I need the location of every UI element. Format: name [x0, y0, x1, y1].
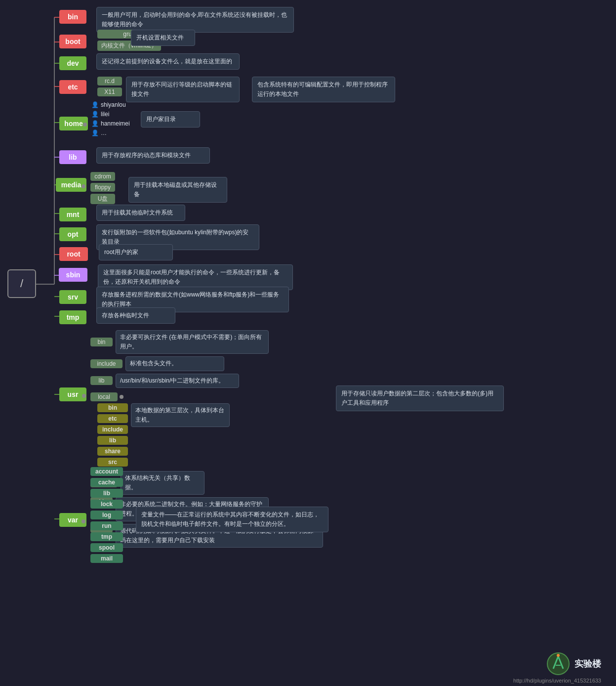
desc-usr-local: 本地数据的第三层次，具体到本台主机。 [131, 403, 230, 427]
avatar-hanmeimei: 👤 [91, 120, 99, 127]
local-children: bin etc include lib share src [97, 403, 128, 467]
desc-var: 变量文件——在正常运行的系统中其内容不断变化的文件，如日志，脱机文件和临时电子邮… [136, 507, 329, 532]
var-dot [82, 519, 85, 523]
root-node: / [7, 269, 36, 298]
home-users: 👤 shiyanlou 👤 lilei 👤 hanmeimei 👤 … [91, 101, 130, 136]
node-etc: etc [59, 80, 86, 94]
node-udisk: U盘 [90, 194, 115, 204]
etc-children: rc.d X11 [97, 77, 122, 96]
desc-home: 用户家目录 [141, 111, 200, 128]
desc-boot: 开机设置相关文件 [131, 30, 195, 46]
desc-mnt: 用于挂载其他临时文件系统 [96, 205, 185, 221]
usr-local-header: local [90, 392, 128, 401]
node-var-lib: lib [90, 489, 123, 498]
node-var-mail: mail [90, 554, 123, 563]
desc-lib: 用于存放程序的动态库和模块文件 [96, 147, 210, 164]
main-container: / bin 一般用户可用，启动时会用到的命令,即在文件系统还没有被挂载时，也能够… [0, 0, 616, 686]
node-lib: lib [59, 150, 86, 164]
root-label: / [20, 277, 23, 290]
node-local-share: share [97, 447, 128, 456]
node-x11: X11 [97, 87, 122, 96]
desc-bin: 一般用户可用，启动时会用到的命令,即在文件系统还没有被挂载时，也能够使用的命令 [96, 7, 294, 33]
node-rcd: rc.d [97, 77, 122, 86]
node-usr-bin: bin [90, 338, 113, 346]
usr-dot [82, 394, 86, 398]
desc-usr-bin: 非必要可执行文件 (在单用户模式中不需要)；面向所有用户。 [116, 330, 269, 354]
desc-usr-share: 体系结构无关（共享）数据。 [121, 471, 205, 495]
usr-local-group: local bin etc include lib share src [90, 392, 128, 467]
node-usr-local: local [90, 392, 118, 401]
usr-lib-row: lib /usr/bin/和/usr/sbin/中二进制文件的库。 [90, 374, 323, 388]
avatar-shiyanlou: 👤 [91, 101, 99, 108]
node-local-etc: etc [97, 414, 128, 423]
desc-usr-lib: /usr/bin/和/usr/sbin/中二进制文件的库。 [116, 374, 239, 388]
svg-point-18 [557, 654, 560, 657]
var-children: account cache lib lock log run tmp spool… [90, 467, 123, 563]
usr-include-row: include 标准包含头文件。 [90, 356, 323, 371]
usr-share-row: share 体系结构无关（共享）数据。 [90, 471, 323, 495]
node-boot: boot [59, 35, 86, 48]
usr-bin-row: bin 非必要可执行文件 (在单用户模式中不需要)；面向所有用户。 [90, 330, 323, 354]
node-root-dir: root [59, 247, 88, 261]
logo-name: 实验楼 [575, 658, 601, 670]
desc-usr-main: 用于存储只读用户数据的第二层次；包含他大多数的(多)用户工具和应用程序 [336, 386, 504, 411]
node-var-lock: lock [90, 500, 123, 509]
desc-root-dir: root用户的家 [99, 244, 173, 260]
node-var-cache: cache [90, 478, 123, 487]
usr-local-row: local bin etc include lib share src 本地数据… [90, 392, 323, 467]
desc-tmp: 存放各种临时文件 [96, 307, 175, 324]
node-local-lib: lib [97, 436, 128, 445]
user-shiyanlou: 👤 shiyanlou [91, 101, 130, 108]
node-opt: opt [59, 227, 86, 241]
desc-etc-main: 包含系统特有的可编辑配置文件，即用于控制程序运行的本地文件 [252, 77, 395, 102]
node-floppy: floppy [90, 183, 115, 192]
node-usr-lib: lib [90, 376, 113, 385]
logo-icon [546, 651, 571, 676]
node-bin: bin [59, 10, 86, 24]
logo-url: http://hd/plugins/uverion_415321633 [513, 678, 601, 684]
user-lilei: 👤 lilei [91, 111, 130, 118]
node-local-bin: bin [97, 403, 128, 412]
desc-dev: 还记得之前提到的设备文件么，就是放在这里面的 [96, 53, 240, 70]
avatar-lilei: 👤 [91, 111, 99, 118]
node-var-log: log [90, 511, 123, 519]
home-dot [83, 123, 87, 127]
node-mnt: mnt [59, 208, 86, 221]
user-more: 👤 … [91, 129, 130, 136]
node-sbin: sbin [59, 268, 87, 282]
media-dot [82, 184, 85, 188]
node-var-run: run [90, 521, 123, 530]
node-var-account: account [90, 467, 123, 476]
node-usr-include: include [90, 359, 123, 368]
desc-media: 用于挂载本地磁盘或其他存储设备 [128, 177, 227, 203]
node-cdrom: cdrom [90, 172, 115, 181]
desc-etc-sub: 用于存放不同运行等级的启动脚本的链接文件 [126, 77, 240, 102]
node-dev: dev [59, 56, 86, 70]
media-children: cdrom floppy U盘 [90, 172, 115, 204]
avatar-more: 👤 [91, 129, 99, 136]
desc-usr-include: 标准包含头文件。 [125, 356, 224, 371]
user-hanmeimei: 👤 hanmeimei [91, 120, 130, 127]
logo-area: 实验楼 [546, 651, 601, 676]
node-var-spool: spool [90, 543, 123, 552]
node-local-include: include [97, 425, 128, 434]
node-tmp: tmp [59, 310, 86, 324]
local-dot [120, 395, 123, 399]
node-local-src: src [97, 458, 128, 467]
node-srv: srv [59, 290, 86, 304]
node-var-tmp: tmp [90, 532, 123, 541]
